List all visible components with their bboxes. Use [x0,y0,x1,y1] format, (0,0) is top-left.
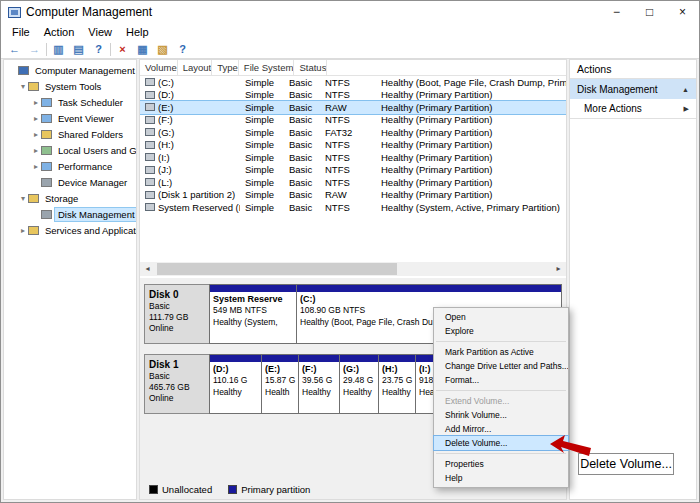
context-menu-item[interactable] [436,453,566,454]
volume-row[interactable]: (L:) Simple Basic NTFS Healthy (Primary … [140,176,566,189]
context-menu-item[interactable]: Change Drive Letter and Paths... [434,359,568,373]
column-header[interactable]: Status [294,60,327,75]
volume-layout: Simple [240,89,284,100]
delete-icon[interactable]: × [114,42,131,57]
menu-item[interactable]: File [5,26,37,38]
minimize-button[interactable]: − [600,1,633,23]
local-users-and-groups-icon [41,146,52,155]
more-actions[interactable]: More Actions ▶ [570,99,696,119]
volume-row[interactable]: (Disk 1 partition 2) Simple Basic RAW He… [140,189,566,202]
properties-icon[interactable]: ▦ [134,42,151,57]
maximize-button[interactable]: □ [633,1,666,23]
volume-layout: Simple [240,164,284,175]
partition-box[interactable]: System Reserve 549 MB NTFS Healthy (Syst… [209,284,297,344]
legend-item: Primary partition [228,484,310,495]
tree-item[interactable]: ▾ System Tools [4,78,136,94]
chart-icon[interactable]: ▧ [154,42,171,57]
volume-type: Basic [284,77,320,88]
context-menu-item[interactable]: Mark Partition as Active [434,345,568,359]
volume-row[interactable]: (I:) Simple Basic NTFS Healthy (Primary … [140,151,566,164]
context-menu-item[interactable]: Properties [434,457,568,471]
collapse-icon[interactable]: ▲ [682,86,689,93]
partition-box[interactable]: (G:) 29.48 G Healthy [339,354,379,414]
context-menu-item[interactable]: Delete Volume... [434,436,568,450]
title-bar: Computer Management −□× [1,1,699,23]
context-menu-item[interactable] [436,390,566,391]
context-menu-item[interactable]: Format... [434,373,568,387]
context-menu-item[interactable]: Shrink Volume... [434,408,568,422]
context-menu-item[interactable] [436,341,566,342]
tree-item[interactable]: Device Manager [4,174,136,190]
tree-item[interactable]: ▸ Task Scheduler [4,94,136,110]
tree-item[interactable]: Computer Management (Local [4,62,136,78]
context-menu-item[interactable]: Open [434,310,568,324]
more-actions-label: More Actions [584,103,642,114]
volume-row[interactable]: (H:) Simple Basic NTFS Healthy (Primary … [140,139,566,152]
menu-item[interactable]: Help [119,26,156,38]
menu-item[interactable]: Action [37,26,82,38]
volume-layout: Simple [240,77,284,88]
help-icon[interactable]: ? [90,42,107,57]
volume-type: Basic [284,127,320,138]
tree-expander-icon[interactable]: ▾ [18,82,28,91]
tree-expander-icon[interactable]: ▸ [31,162,41,171]
volume-row[interactable]: (G:) Simple Basic FAT32 Healthy (Primary… [140,126,566,139]
tree-item[interactable]: ▾ Storage [4,190,136,206]
scroll-left-button[interactable]: ◂ [140,262,155,276]
primary-partition-strip [297,285,561,292]
scrollbar-thumb[interactable] [157,263,397,275]
volume-row[interactable]: (E:) Simple Basic RAW Healthy (Primary P… [140,101,566,114]
forward-icon[interactable]: → [26,42,43,57]
tree-expander-icon[interactable]: ▸ [18,226,28,235]
column-header[interactable]: Type [212,60,239,75]
context-menu-item[interactable]: Explore [434,324,568,338]
partition-box[interactable]: (H:) 23.75 G Healthy [378,354,416,414]
disk-header[interactable]: Disk 1 Basic 465.76 GB Online [144,354,210,414]
actions-group-disk-management[interactable]: Disk Management ▲ [570,79,696,99]
tree-item[interactable]: ▸ Services and Applications [4,222,136,238]
context-menu-item[interactable]: Help [434,471,568,485]
toolbar-separator[interactable] [46,43,47,56]
console-tree-icon[interactable]: ▥ [50,42,67,57]
tree-expander-icon[interactable]: ▾ [18,194,28,203]
toolbar-separator[interactable] [110,43,111,56]
close-button[interactable]: × [666,1,699,23]
tree-expander-icon[interactable]: ▸ [31,114,41,123]
tree-item[interactable]: ▸ Local Users and Groups [4,142,136,158]
scrollbar-track[interactable] [155,262,551,276]
volume-row[interactable]: (C:) Simple Basic NTFS Healthy (Boot, Pa… [140,76,566,89]
tree-expander-icon[interactable]: ▸ [31,98,41,107]
partition-box[interactable]: (E:) 15.87 G Health [261,354,299,414]
tree-expander-icon[interactable]: ▸ [31,130,41,139]
volume-type: Basic [284,164,320,175]
column-header[interactable]: File System [239,60,295,75]
disk-header[interactable]: Disk 0 Basic 111.79 GB Online [144,284,210,344]
context-menu-item[interactable]: Extend Volume... [434,394,568,408]
partition-box[interactable]: (D:) 110.16 G Healthy [209,354,262,414]
volume-row[interactable]: (F:) Simple Basic NTFS Healthy (Primary … [140,114,566,127]
partition-size: 549 MB NTFS [213,305,293,316]
storage-icon [28,194,39,203]
tree-item[interactable]: ▸ Event Viewer [4,110,136,126]
volume-row[interactable]: (J:) Simple Basic NTFS Healthy (Primary … [140,164,566,177]
volume-status: Healthy (Primary Partition) [376,102,566,113]
help-book-icon[interactable]: ? [174,42,191,57]
menu-item[interactable]: View [81,26,119,38]
context-menu-item[interactable]: Add Mirror... [434,422,568,436]
column-header[interactable]: Layout [178,60,213,75]
volume-name: (F:) [158,114,173,125]
volume-row[interactable]: System Reserved (K:) Simple Basic NTFS H… [140,201,566,214]
volume-type: Basic [284,102,320,113]
tree-item[interactable]: ▸ Performance [4,158,136,174]
tree-item[interactable]: Disk Management [4,206,136,222]
volume-row[interactable]: (D:) Simple Basic NTFS Healthy (Primary … [140,89,566,102]
tree-item[interactable]: ▸ Shared Folders [4,126,136,142]
export-list-icon[interactable]: ▤ [70,42,87,57]
volume-icon [145,91,155,99]
horizontal-scrollbar[interactable]: ◂ ▸ [140,262,566,276]
partition-box[interactable]: (F:) 39.56 G Healthy [298,354,340,414]
scroll-right-button[interactable]: ▸ [551,262,566,276]
tree-expander-icon[interactable]: ▸ [31,146,41,155]
column-header[interactable]: Volume [140,60,178,75]
back-icon[interactable]: ← [6,42,23,57]
